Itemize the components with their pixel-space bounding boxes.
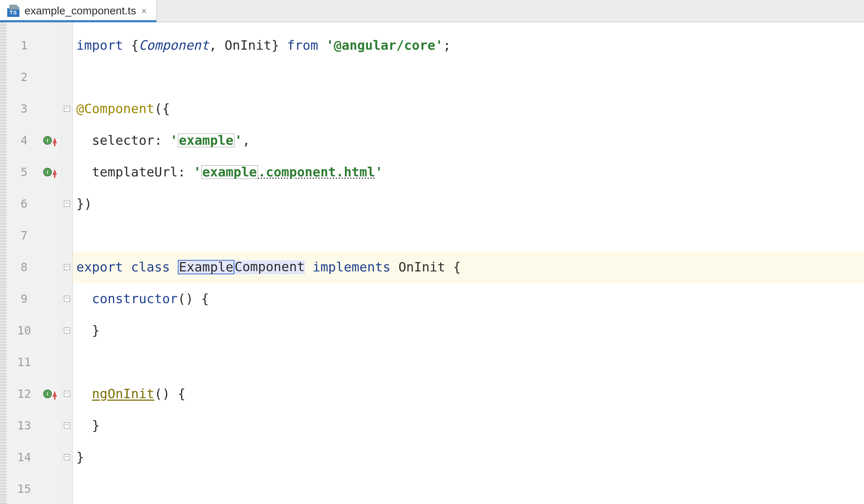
- code-token: @Component: [76, 102, 154, 115]
- line-number: 3: [6, 93, 42, 125]
- code-token: ({: [154, 102, 170, 115]
- fold-slot: [62, 156, 72, 188]
- line-number: 11: [6, 346, 42, 378]
- fold-toggle-icon[interactable]: [64, 391, 70, 397]
- implements-icon[interactable]: I: [43, 136, 52, 145]
- code-token: () {: [154, 387, 186, 400]
- gutter-marker-slot: I: [42, 378, 61, 410]
- code-line[interactable]: [73, 220, 864, 251]
- rename-selection-primary[interactable]: Example: [178, 260, 235, 274]
- code-line[interactable]: import {Component, OnInit} from '@angula…: [73, 30, 864, 61]
- fold-column: [61, 22, 72, 504]
- line-number: 10: [6, 315, 42, 346]
- line-number-column: 123456789101112131415: [6, 22, 42, 504]
- code-token: constructor: [92, 292, 177, 305]
- code-line[interactable]: selector: 'example',: [73, 125, 864, 156]
- fold-toggle-icon[interactable]: [64, 327, 70, 334]
- override-up-arrow-icon[interactable]: [53, 391, 57, 397]
- code-line[interactable]: }: [73, 315, 864, 346]
- code-token: from: [287, 39, 326, 52]
- fold-toggle-icon[interactable]: [64, 105, 70, 112]
- fold-slot: [62, 410, 72, 441]
- code-token: '@angular/core': [326, 39, 443, 52]
- code-token: Component: [234, 260, 305, 274]
- tab-bar: TS example_component.ts ×: [0, 0, 864, 22]
- gutter: 123456789101112131415 III: [6, 22, 73, 504]
- typescript-file-icon: TS: [7, 5, 19, 17]
- fold-slot: [62, 346, 72, 378]
- code-line[interactable]: ngOnInit() {: [73, 378, 864, 410]
- gutter-marker-slot: [42, 251, 61, 283]
- code-token: ': [170, 134, 178, 147]
- code-token: implements: [312, 261, 398, 274]
- code-token: ': [193, 166, 201, 179]
- code-line[interactable]: [73, 61, 864, 93]
- gutter-marker-slot: [42, 473, 61, 504]
- implements-icon[interactable]: I: [43, 168, 52, 176]
- code-token: ': [235, 134, 243, 147]
- tab-active[interactable]: TS example_component.ts ×: [0, 0, 157, 22]
- fold-toggle-icon[interactable]: [64, 296, 70, 302]
- gutter-marker-slot: [42, 220, 61, 251]
- line-number: 9: [6, 283, 42, 315]
- line-number: 8: [6, 251, 42, 283]
- gutter-marker-column: III: [42, 22, 61, 504]
- fold-slot: [62, 315, 72, 346]
- code-token: ,: [209, 39, 224, 52]
- fold-toggle-icon[interactable]: [64, 422, 70, 429]
- code-token: }: [92, 324, 100, 337]
- code-token: OnInit: [225, 39, 271, 52]
- fold-slot: [62, 188, 72, 220]
- override-up-arrow-icon[interactable]: [53, 138, 57, 143]
- tab-filename: example_component.ts: [24, 5, 136, 17]
- rename-selection-occurrence[interactable]: example: [178, 134, 235, 147]
- line-number: 7: [6, 220, 42, 251]
- fold-slot: [62, 30, 72, 61]
- code-editor[interactable]: 123456789101112131415 III import {Compon…: [0, 22, 864, 504]
- gutter-marker-slot: [42, 283, 61, 315]
- code-text-area[interactable]: import {Component, OnInit} from '@angula…: [73, 22, 864, 504]
- code-token: ;: [443, 39, 451, 52]
- line-number: 2: [6, 61, 42, 93]
- code-token: .component.html: [258, 166, 375, 179]
- line-number: 4: [6, 125, 42, 156]
- code-line[interactable]: [73, 346, 864, 378]
- gutter-marker-slot: [42, 441, 61, 473]
- fold-slot: [62, 441, 72, 473]
- code-token: ': [375, 166, 383, 179]
- code-line[interactable]: export class ExampleComponent implements…: [73, 251, 864, 283]
- code-line[interactable]: constructor() {: [73, 283, 864, 315]
- fold-slot: [62, 220, 72, 251]
- code-line[interactable]: @Component({: [73, 93, 864, 125]
- line-number: 1: [6, 30, 42, 61]
- code-token: import: [76, 39, 131, 52]
- code-token: {: [131, 39, 139, 52]
- gutter-marker-slot: [42, 346, 61, 378]
- fold-slot: [62, 473, 72, 504]
- gutter-marker-slot: [42, 410, 61, 441]
- code-token: ,: [242, 134, 250, 147]
- left-scroll-stripe[interactable]: [0, 22, 6, 504]
- fold-toggle-icon[interactable]: [64, 264, 70, 270]
- gutter-marker-slot: [42, 188, 61, 220]
- code-token: Component: [139, 39, 209, 52]
- override-up-arrow-icon[interactable]: [53, 169, 57, 175]
- implements-icon[interactable]: I: [43, 390, 52, 398]
- fold-slot: [62, 93, 72, 125]
- gutter-marker-slot: [42, 30, 61, 61]
- line-number: 15: [6, 473, 42, 504]
- rename-selection-occurrence[interactable]: example: [201, 165, 258, 179]
- close-icon[interactable]: ×: [141, 6, 147, 15]
- code-line[interactable]: }: [73, 441, 864, 473]
- gutter-marker-slot: [42, 93, 61, 125]
- fold-toggle-icon[interactable]: [64, 454, 70, 460]
- fold-toggle-icon[interactable]: [64, 201, 70, 207]
- code-line[interactable]: [73, 473, 864, 504]
- code-token: OnInit {: [399, 261, 461, 274]
- code-token: ngOnInit: [92, 387, 154, 400]
- code-token: [305, 261, 313, 274]
- code-line[interactable]: templateUrl: 'example.component.html': [73, 156, 864, 188]
- fold-slot: [62, 283, 72, 315]
- code-line[interactable]: }: [73, 410, 864, 441]
- code-line[interactable]: }): [73, 188, 864, 220]
